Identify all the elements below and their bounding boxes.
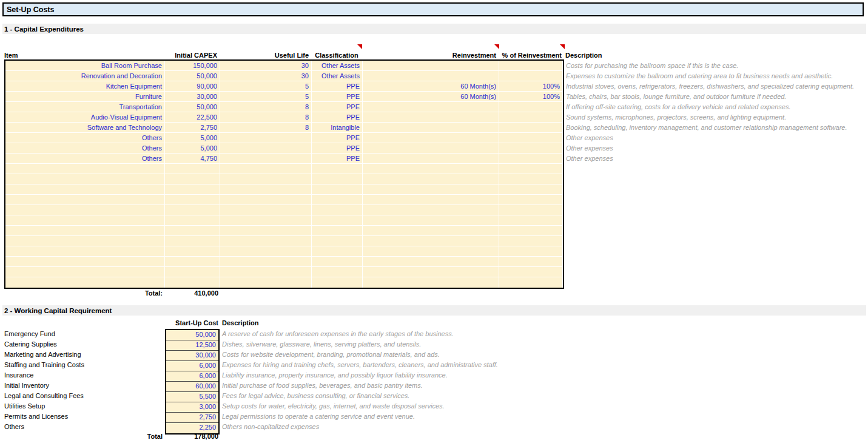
cell-initial-capex[interactable]: [165, 257, 220, 267]
cell-useful-life[interactable]: 30: [220, 61, 312, 71]
cell-initial-capex[interactable]: 5,000: [165, 133, 220, 143]
cell-initial-capex[interactable]: 30,000: [165, 92, 220, 102]
cell-item[interactable]: [5, 195, 165, 205]
cell-useful-life[interactable]: [220, 195, 312, 205]
cell-pct-reinvestment[interactable]: [499, 71, 563, 81]
cell-pct-reinvestment[interactable]: [499, 154, 563, 164]
cell-item[interactable]: [5, 215, 165, 226]
cell-startup-cost[interactable]: 50,000: [166, 330, 218, 340]
cell-reinvestment[interactable]: [363, 215, 499, 226]
cell-pct-reinvestment[interactable]: [499, 195, 563, 205]
cell-pct-reinvestment[interactable]: [499, 226, 563, 236]
cell-pct-reinvestment[interactable]: [499, 246, 563, 257]
cell-reinvestment[interactable]: 60 Month(s): [363, 92, 499, 102]
cell-initial-capex[interactable]: 2,750: [165, 123, 220, 133]
cell-pct-reinvestment[interactable]: [499, 61, 563, 71]
cell-pct-reinvestment[interactable]: [499, 143, 563, 154]
cell-pct-reinvestment[interactable]: 100%: [499, 92, 563, 102]
cell-classification[interactable]: [312, 174, 363, 184]
cell-item[interactable]: [5, 236, 165, 246]
cell-reinvestment[interactable]: [363, 164, 499, 174]
cell-startup-cost[interactable]: 2,750: [166, 413, 218, 423]
cell-item[interactable]: [5, 257, 165, 267]
cell-reinvestment[interactable]: [363, 267, 499, 277]
cell-classification[interactable]: PPE: [312, 102, 363, 112]
cell-reinvestment[interactable]: [363, 246, 499, 257]
cell-classification[interactable]: Other Assets: [312, 61, 363, 71]
cell-classification[interactable]: PPE: [312, 143, 363, 154]
cell-classification[interactable]: PPE: [312, 133, 363, 143]
cell-initial-capex[interactable]: 50,000: [165, 102, 220, 112]
cell-useful-life[interactable]: [220, 246, 312, 257]
cell-item[interactable]: [5, 174, 165, 184]
cell-useful-life[interactable]: [220, 236, 312, 246]
cell-pct-reinvestment[interactable]: [499, 205, 563, 215]
cell-initial-capex[interactable]: [165, 236, 220, 246]
cell-reinvestment[interactable]: [363, 102, 499, 112]
cell-reinvestment[interactable]: [363, 174, 499, 184]
cell-classification[interactable]: PPE: [312, 92, 363, 102]
cell-initial-capex[interactable]: [165, 215, 220, 226]
cell-item[interactable]: [5, 205, 165, 215]
cell-reinvestment[interactable]: 60 Month(s): [363, 81, 499, 92]
cell-classification[interactable]: [312, 277, 363, 288]
cell-pct-reinvestment[interactable]: [499, 277, 563, 288]
cell-initial-capex[interactable]: [165, 205, 220, 215]
cell-reinvestment[interactable]: [363, 257, 499, 267]
cell-item[interactable]: [5, 246, 165, 257]
cell-startup-cost[interactable]: 6,000: [166, 371, 218, 382]
cell-initial-capex[interactable]: [165, 195, 220, 205]
cell-startup-cost[interactable]: 12,500: [166, 340, 218, 351]
cell-classification[interactable]: [312, 215, 363, 226]
cell-initial-capex[interactable]: [165, 174, 220, 184]
cell-startup-cost[interactable]: 30,000: [166, 351, 218, 361]
cell-reinvestment[interactable]: [363, 205, 499, 215]
cell-initial-capex[interactable]: 90,000: [165, 81, 220, 92]
cell-useful-life[interactable]: [220, 164, 312, 174]
cell-classification[interactable]: Intangible: [312, 123, 363, 133]
cell-initial-capex[interactable]: [165, 267, 220, 277]
cell-useful-life[interactable]: [220, 133, 312, 143]
cell-pct-reinvestment[interactable]: [499, 102, 563, 112]
cell-useful-life[interactable]: 30: [220, 71, 312, 81]
cell-classification[interactable]: [312, 246, 363, 257]
cell-item[interactable]: Others: [5, 143, 165, 154]
cell-reinvestment[interactable]: [363, 226, 499, 236]
cell-classification[interactable]: Other Assets: [312, 71, 363, 81]
cell-reinvestment[interactable]: [363, 195, 499, 205]
cell-reinvestment[interactable]: [363, 184, 499, 195]
cell-reinvestment[interactable]: [363, 277, 499, 288]
cell-initial-capex[interactable]: [165, 226, 220, 236]
cell-useful-life[interactable]: 8: [220, 112, 312, 123]
cell-initial-capex[interactable]: 150,000: [165, 61, 220, 71]
cell-useful-life[interactable]: [220, 143, 312, 154]
cell-item[interactable]: Ball Room Purchase: [5, 61, 165, 71]
cell-classification[interactable]: [312, 184, 363, 195]
cell-pct-reinvestment[interactable]: [499, 236, 563, 246]
cell-item[interactable]: Software and Technology: [5, 123, 165, 133]
cell-initial-capex[interactable]: 5,000: [165, 143, 220, 154]
cell-item[interactable]: [5, 267, 165, 277]
cell-reinvestment[interactable]: [363, 154, 499, 164]
cell-reinvestment[interactable]: [363, 123, 499, 133]
cell-pct-reinvestment[interactable]: [499, 174, 563, 184]
cell-useful-life[interactable]: [220, 257, 312, 267]
cell-classification[interactable]: [312, 226, 363, 236]
cell-item[interactable]: [5, 226, 165, 236]
cell-classification[interactable]: [312, 195, 363, 205]
cell-useful-life[interactable]: [220, 267, 312, 277]
cell-useful-life[interactable]: [220, 226, 312, 236]
cell-reinvestment[interactable]: [363, 133, 499, 143]
cell-useful-life[interactable]: 5: [220, 92, 312, 102]
cell-item[interactable]: Furniture: [5, 92, 165, 102]
cell-classification[interactable]: PPE: [312, 154, 363, 164]
cell-initial-capex[interactable]: [165, 277, 220, 288]
cell-item[interactable]: [5, 184, 165, 195]
cell-reinvestment[interactable]: [363, 236, 499, 246]
cell-reinvestment[interactable]: [363, 143, 499, 154]
cell-useful-life[interactable]: [220, 184, 312, 195]
cell-startup-cost[interactable]: 2,250: [166, 423, 218, 433]
cell-item[interactable]: [5, 277, 165, 288]
cell-initial-capex[interactable]: 50,000: [165, 71, 220, 81]
cell-pct-reinvestment[interactable]: [499, 133, 563, 143]
